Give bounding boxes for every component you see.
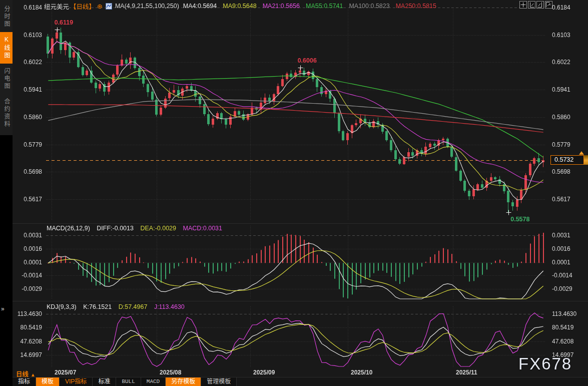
axis-label: 0.0016: [552, 245, 570, 252]
axis-label: 0.5941: [12, 86, 42, 93]
ma-value: MA100:0.5823: [349, 3, 389, 10]
axis-label: 0.6184: [12, 4, 42, 11]
axis-label: 0.5779: [552, 141, 570, 148]
kdj-d-value: D:57.4967: [119, 303, 148, 310]
sidebar-item-K线图[interactable]: K线图: [0, 32, 13, 64]
axis-label: 0.0001: [552, 259, 570, 266]
x-axis-month-label: 2025/10: [351, 369, 372, 376]
axis-label: 0.5941: [552, 86, 570, 93]
axis-label: 113.4630: [552, 310, 576, 317]
sidebar-item-合约资料[interactable]: 合约资料: [0, 94, 13, 132]
axis-label: 113.4630: [12, 310, 42, 317]
price-annotation: 0.6119: [55, 19, 74, 26]
panel-expand-icon[interactable]: »: [1, 305, 5, 312]
price-annotation: 0.5578: [510, 216, 529, 223]
axis-label: -0.0029: [12, 285, 42, 292]
axis-label: 47.6208: [12, 338, 42, 345]
scale-right-icon[interactable]: [536, 1, 544, 9]
sidebar-item-闪电图[interactable]: 闪电图: [0, 64, 13, 94]
ma-values: MA4:0.5694MA9:0.5648MA21:0.5656MA55:0.57…: [183, 3, 442, 10]
axis-label: 0.5779: [12, 141, 42, 148]
axis-label: 0.6103: [12, 32, 42, 39]
tab-模板[interactable]: 模板: [36, 377, 60, 386]
kdj-header: KDJ(9,3,3) K:76.1521 D:57.4967 J:113.463…: [47, 303, 190, 310]
axis-label: 0.5698: [552, 168, 570, 175]
kdj-title: KDJ(9,3,3): [47, 303, 77, 310]
ma-value: MA9:0.5648: [223, 3, 256, 10]
expand-icon[interactable]: [545, 1, 552, 9]
chart-header: 纽元美元 【日线】 ⊕ MA(4,9,21,55,100,250) MA4:0.…: [44, 2, 442, 10]
axis-label: 0.5617: [552, 196, 570, 203]
sidebar: 分时图K线图闪电图合约资料: [0, 0, 13, 386]
panel-separator: [13, 301, 588, 301]
axis-label: 0.0016: [12, 245, 42, 252]
x-axis-month-label: 2025/08: [160, 369, 181, 376]
axis-label: 47.6208: [552, 338, 573, 345]
ma-params-label: MA(4,9,21,55,100,250): [115, 3, 179, 10]
tab-管理模板[interactable]: 管理模板: [201, 377, 237, 386]
timeframe-tag: 【日线】: [70, 2, 95, 11]
watermark: FX678: [518, 354, 572, 373]
axis-label: 0.5698: [12, 168, 42, 175]
ma-value: MA250:0.5815: [396, 3, 436, 10]
kdj-k-value: K:76.1521: [83, 303, 112, 310]
price-annotation: 0.6006: [298, 57, 317, 64]
x-axis-month-label: 2025/07: [55, 369, 76, 376]
axis-label: 80.5419: [552, 324, 573, 331]
axis-label: -0.0014: [552, 272, 572, 279]
axis-label: 0.0031: [12, 232, 42, 239]
axis-label: 0.5860: [552, 114, 570, 121]
symbol-title: 纽元美元: [44, 2, 69, 11]
pan-icon[interactable]: [519, 1, 527, 9]
current-price-value: 0.5732: [550, 155, 584, 165]
sidebar-item-分时图[interactable]: 分时图: [0, 2, 13, 32]
macd-dea-value: DEA:-0.0029: [140, 225, 176, 232]
axis-label: 80.5419: [12, 324, 42, 331]
axis-label: 14.6997: [12, 351, 42, 358]
macd-title: MACD(26,12,9): [47, 225, 90, 232]
ma-value: MA4:0.5694: [183, 3, 217, 10]
mini-chart-icon[interactable]: [106, 3, 112, 10]
tab-标准[interactable]: 标准: [93, 377, 116, 386]
macd-bar-value: MACD:0.0031: [183, 225, 223, 232]
add-indicator-icon[interactable]: ⊕: [97, 3, 103, 10]
x-axis-month-label: 2025/11: [456, 369, 477, 376]
ma-value: MA21:0.5656: [263, 3, 300, 10]
x-axis-month-label: 2025/09: [253, 369, 275, 376]
tab-BULL[interactable]: BULL: [116, 377, 141, 386]
axis-label: 0.6184: [552, 4, 570, 11]
axis-label: 0.5860: [12, 114, 42, 121]
axis-label: 0.0031: [552, 232, 570, 239]
window-controls: [519, 1, 552, 9]
scale-left-icon[interactable]: [528, 1, 535, 9]
panel-separator: [13, 223, 588, 224]
axis-label: -0.0029: [552, 285, 572, 292]
macd-header: MACD(26,12,9) DIFF:-0.0013 DEA:-0.0029 M…: [47, 225, 227, 232]
bottom-tab-bar: 指标模板VIP指标标准BULLMACD另存模板管理模板: [13, 377, 588, 386]
axis-label: 0.6022: [12, 59, 42, 66]
timeframe-label: 日线: [16, 371, 29, 378]
tab-VIP指标[interactable]: VIP指标: [60, 377, 93, 386]
tab-另存模板[interactable]: 另存模板: [166, 377, 201, 386]
tab-指标[interactable]: 指标: [13, 377, 36, 386]
tab-MACD[interactable]: MACD: [141, 377, 166, 386]
axis-label: -0.0014: [12, 272, 42, 279]
kdj-j-value: J:113.4630: [154, 303, 185, 310]
price-arrow-icon: [579, 151, 584, 155]
dropdown-up-icon: ▲: [31, 372, 36, 377]
macd-diff-value: DIFF:-0.0013: [97, 225, 134, 232]
axis-label: 0.6022: [552, 59, 570, 66]
ma-value: MA55:0.5741: [306, 3, 343, 10]
axis-label: 0.5617: [12, 196, 42, 203]
axis-label: 0.6103: [552, 32, 570, 39]
axis-label: 0.0001: [12, 259, 42, 266]
chart-canvas[interactable]: [0, 0, 588, 386]
